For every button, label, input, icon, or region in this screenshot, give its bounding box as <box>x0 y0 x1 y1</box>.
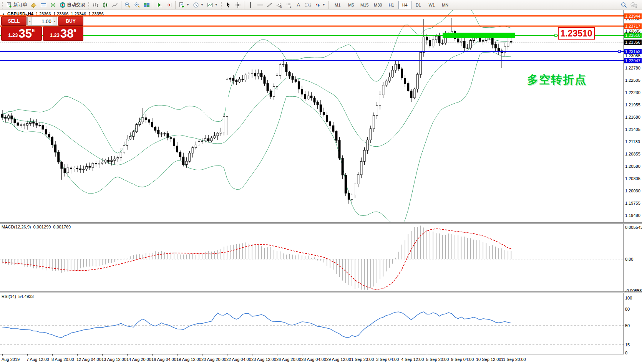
volume-input[interactable] <box>32 17 52 25</box>
svg-text:T: T <box>307 3 309 7</box>
annotation-text[interactable]: 多空转折点 <box>527 72 587 88</box>
chevron-down-icon: ▼ <box>186 3 189 7</box>
price-line-badge: 1.23944 <box>624 13 642 19</box>
clock-icon <box>193 2 199 8</box>
indicators-button[interactable]: ▼ <box>177 1 191 9</box>
price-tick: 1.21680 <box>625 115 640 120</box>
toolbar-separator <box>244 1 244 9</box>
sell-button[interactable]: SELL <box>1 17 27 26</box>
time-tick-mark <box>152 354 153 356</box>
community-button[interactable] <box>629 1 639 9</box>
timeframe-button-M15[interactable]: M15 <box>358 1 371 9</box>
time-tick-mark <box>502 354 502 356</box>
trendline-button[interactable] <box>265 1 274 9</box>
candlestick-chart-button[interactable] <box>101 1 110 9</box>
autotrading-button[interactable]: 自动交易 <box>58 1 87 9</box>
time-tick-label: 4 Sep 12:00 <box>401 357 424 362</box>
symbol-period-label: GBPUSD-,H4 <box>7 12 33 16</box>
time-tick-mark <box>302 354 302 356</box>
toolbar-separator <box>153 1 153 9</box>
time-tick-label: 11 Sep 20:00 <box>501 357 526 362</box>
fibonacci-button[interactable]: F <box>284 1 294 9</box>
buy-button[interactable]: BUY <box>58 17 83 26</box>
macd-signal-value: 0.001769 <box>53 225 71 229</box>
metaeditor-icon <box>31 2 37 8</box>
timeframe-button-M30[interactable]: M30 <box>372 1 385 9</box>
pane-separator[interactable] <box>0 291 642 293</box>
crosshair-button[interactable] <box>233 1 242 9</box>
bar-chart-button[interactable] <box>91 1 100 9</box>
text-label-button[interactable]: T <box>304 1 313 9</box>
search-button[interactable] <box>619 1 629 9</box>
timeframe-button-M5[interactable]: M5 <box>345 1 358 9</box>
time-tick-label: 5 Sep 20:00 <box>426 357 449 362</box>
time-tick-label: 20 Aug 20:00 <box>201 357 226 362</box>
pane-separator[interactable] <box>0 222 642 224</box>
cursor-button[interactable] <box>224 1 233 9</box>
metaeditor-button[interactable] <box>29 1 38 9</box>
zoom-in-button[interactable] <box>123 1 132 9</box>
price-level-tag[interactable]: 1.23510 <box>558 27 595 40</box>
time-tick-mark <box>477 354 477 356</box>
rsi-axis-tick: 50 <box>625 323 630 328</box>
zoom-out-icon <box>134 2 140 8</box>
equidistant-channel-icon: E <box>276 2 282 8</box>
toolbar-grip[interactable] <box>2 2 3 8</box>
chevron-down-icon: ▼ <box>322 3 325 7</box>
time-tick-label: 10 Sep 12:00 <box>476 357 501 362</box>
zoom-out-button[interactable] <box>133 1 142 9</box>
arrows-button[interactable]: ▼ <box>313 1 327 9</box>
timeframe-button-W1[interactable]: W1 <box>425 1 438 9</box>
chart-shift-button[interactable] <box>164 1 174 9</box>
time-tick-mark <box>77 354 78 356</box>
vertical-line-icon <box>248 2 253 8</box>
toolbar-grip[interactable] <box>221 2 222 8</box>
time-axis[interactable]: Aug 20197 Aug 12:008 Aug 20:0012 Aug 04:… <box>0 354 624 364</box>
new-order-button[interactable]: 新订单 <box>5 1 29 9</box>
arrows-icon <box>315 2 321 8</box>
periods-button[interactable]: ▼ <box>191 1 205 9</box>
terminal-window-button[interactable] <box>39 1 48 9</box>
timeframe-button-D1[interactable]: D1 <box>412 1 425 9</box>
volume-increase-button[interactable]: ▲ <box>53 17 57 25</box>
time-tick-mark <box>2 354 3 356</box>
rsi-axis-tick: 100 <box>625 296 632 301</box>
timeframe-button-H1[interactable]: H1 <box>385 1 398 9</box>
volume-decrease-button[interactable]: ▼ <box>28 17 32 25</box>
zoom-in-icon <box>124 2 131 8</box>
rsi-name: RSI(14) <box>2 294 16 299</box>
time-tick-label: 22 Aug 04:00 <box>226 357 251 362</box>
collapse-panel-arrow[interactable]: ▲ <box>2 12 5 16</box>
macd-label: MACD(12,26,9) 0.001299 0.001769 <box>2 225 71 229</box>
timeframe-button-M1[interactable]: M1 <box>331 1 344 9</box>
templates-button[interactable]: ▼ <box>206 1 219 9</box>
tile-windows-icon <box>144 2 150 8</box>
time-tick-label: 29 Aug 12:00 <box>326 357 351 362</box>
tile-windows-button[interactable] <box>142 1 151 9</box>
sell-quote-base: 1.23 <box>8 32 18 38</box>
horizontal-line-button[interactable] <box>255 1 265 9</box>
line-chart-icon <box>112 2 118 8</box>
time-tick-label: 8 Aug 20:00 <box>51 357 74 362</box>
auto-scroll-button[interactable] <box>155 1 164 9</box>
buy-quote[interactable]: 1.23 38 6 <box>43 26 84 41</box>
text-button[interactable]: A <box>294 1 303 9</box>
equidistant-channel-button[interactable]: E <box>275 1 284 9</box>
price-line-badge: 1.23152 <box>624 49 642 54</box>
time-tick-label: 12 Aug 04:00 <box>76 357 101 362</box>
rsi-canvas[interactable] <box>0 293 624 354</box>
toolbar-grip[interactable] <box>88 2 90 8</box>
main-chart-canvas[interactable] <box>0 10 624 222</box>
line-chart-button[interactable] <box>110 1 119 9</box>
rsi-value: 54.4933 <box>18 294 34 299</box>
sell-quote-point: 6 <box>32 28 35 33</box>
timeframe-button-H4[interactable]: H4 <box>398 1 411 9</box>
templates-icon <box>207 2 213 8</box>
buy-quote-pips: 38 <box>60 28 73 40</box>
price-axis[interactable]: 1.238801.236051.233301.230551.227801.225… <box>624 10 642 364</box>
timeframe-button-MN[interactable]: MN <box>439 1 452 9</box>
sell-quote[interactable]: 1.23 35 6 <box>1 26 42 41</box>
macd-canvas[interactable] <box>0 224 624 291</box>
signals-button[interactable] <box>48 1 58 9</box>
vertical-line-button[interactable] <box>246 1 255 9</box>
